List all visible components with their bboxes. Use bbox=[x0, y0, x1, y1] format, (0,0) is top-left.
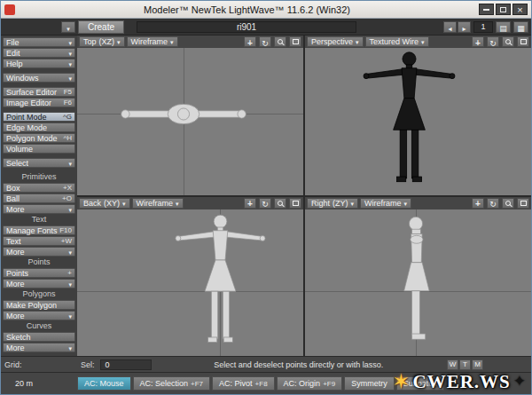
viewport-perspective-header: Perspective Textured Wire bbox=[305, 36, 531, 48]
layers-icon bbox=[499, 20, 507, 34]
previous-object-button[interactable] bbox=[443, 21, 457, 33]
vmap-weight-button[interactable]: W bbox=[447, 359, 458, 370]
sidebar-item-text[interactable]: Text+W bbox=[3, 236, 75, 246]
sidebar-item-help[interactable]: Help bbox=[3, 59, 75, 68]
sidebar: File Edit Help Windows Surface EditorF5 … bbox=[1, 36, 77, 356]
maximize-viewport-button[interactable] bbox=[517, 36, 529, 47]
rotate-button[interactable] bbox=[487, 36, 499, 47]
layers-button[interactable] bbox=[496, 21, 511, 33]
action-center-origin-button[interactable]: AC: Origin+F9 bbox=[277, 376, 343, 391]
pan-button[interactable] bbox=[472, 198, 484, 209]
sidebar-item-more-points[interactable]: More bbox=[3, 279, 75, 288]
chevron-down-icon bbox=[356, 37, 359, 46]
sidebar-item-points[interactable]: Points+ bbox=[3, 268, 75, 278]
viewport-canvas-perspective[interactable] bbox=[305, 48, 531, 195]
action-center-selection-button[interactable]: AC: Selection+F7 bbox=[133, 376, 211, 391]
sidebar-item-image-editor[interactable]: Image EditorF6 bbox=[3, 98, 75, 107]
sidebar-item-more-curves[interactable]: More bbox=[3, 343, 75, 352]
action-center-mouse-button[interactable]: AC: Mouse bbox=[77, 376, 131, 391]
viewport-right: Right (ZY) Wireframe bbox=[305, 197, 531, 357]
zoom-button[interactable] bbox=[502, 198, 514, 209]
tab-create[interactable]: Create bbox=[78, 20, 124, 34]
maximize-icon bbox=[500, 7, 506, 12]
sidebar-item-point-mode[interactable]: Point Mode^G bbox=[3, 112, 75, 122]
vmap-morph-button[interactable]: M bbox=[472, 359, 483, 370]
rotate-icon bbox=[489, 36, 497, 49]
sidebar-item-file[interactable]: File bbox=[3, 37, 75, 47]
maximize-button[interactable] bbox=[496, 4, 511, 15]
viewport-mode-dropdown[interactable]: Wireframe bbox=[127, 36, 178, 47]
sidebar-item-volume[interactable]: Volume bbox=[3, 144, 75, 154]
section-title-points: Points bbox=[3, 257, 75, 267]
pan-button[interactable] bbox=[472, 36, 484, 47]
zoom-button[interactable] bbox=[274, 198, 286, 209]
sidebar-item-surface-editor[interactable]: Surface EditorF5 bbox=[3, 87, 75, 97]
next-object-button[interactable] bbox=[458, 21, 471, 33]
viewport-view-label: Perspective bbox=[311, 37, 353, 46]
layer-bank-button[interactable] bbox=[513, 21, 528, 33]
close-button[interactable] bbox=[512, 4, 528, 15]
zoom-button[interactable] bbox=[502, 36, 514, 47]
chevron-down-icon bbox=[351, 199, 355, 208]
minimize-button[interactable] bbox=[479, 4, 494, 15]
sidebar-item-sketch[interactable]: Sketch bbox=[3, 332, 75, 342]
grid-label: Grid: bbox=[1, 360, 77, 369]
model-top-view bbox=[117, 93, 250, 135]
sidebar-item-more-text[interactable]: More bbox=[3, 247, 75, 257]
viewport-view-dropdown[interactable]: Right (ZY) bbox=[307, 198, 358, 209]
zoom-button[interactable] bbox=[274, 36, 286, 47]
chevron-down-icon bbox=[122, 199, 126, 208]
viewport-grid: Top (XZ) Wireframe bbox=[77, 36, 531, 356]
maximize-icon bbox=[520, 201, 527, 206]
vmap-texture-button[interactable]: T bbox=[459, 359, 471, 370]
object-name-label: ri901 bbox=[237, 22, 256, 32]
rotate-button[interactable] bbox=[259, 36, 271, 47]
layer-counter[interactable]: 1 bbox=[473, 21, 493, 33]
maximize-viewport-button[interactable] bbox=[289, 198, 301, 209]
viewport-view-dropdown[interactable]: Top (XZ) bbox=[79, 36, 125, 47]
viewport-mode-dropdown[interactable]: Wireframe bbox=[360, 198, 411, 209]
viewport-canvas-right[interactable] bbox=[305, 209, 531, 357]
object-name-combo[interactable]: ri901 bbox=[137, 21, 356, 33]
pan-button[interactable] bbox=[244, 198, 256, 209]
viewport-canvas-top[interactable] bbox=[77, 48, 303, 195]
symmetry-button[interactable]: Symmetry bbox=[344, 376, 395, 391]
close-icon bbox=[517, 3, 522, 16]
sidebar-item-manage-fonts[interactable]: Manage FontsF10 bbox=[3, 225, 75, 235]
viewport-mode-label: Wireframe bbox=[137, 199, 174, 208]
rotate-button[interactable] bbox=[259, 198, 271, 209]
rotate-button[interactable] bbox=[487, 198, 499, 209]
sidebar-item-polygon-mode[interactable]: Polygon Mode^H bbox=[3, 133, 75, 143]
viewport-view-dropdown[interactable]: Perspective bbox=[307, 36, 364, 47]
subpatch-button[interactable]: Subpatch bbox=[396, 376, 444, 391]
window-controls bbox=[479, 4, 528, 15]
viewport-mode-dropdown[interactable]: Textured Wire bbox=[365, 36, 429, 47]
rotate-icon bbox=[489, 196, 497, 209]
sidebar-item-edge-mode[interactable]: Edge Mode bbox=[3, 122, 75, 132]
viewport-mode-dropdown[interactable]: Wireframe bbox=[132, 198, 184, 209]
sidebar-item-windows[interactable]: Windows bbox=[3, 73, 75, 83]
sidebar-item-edit[interactable]: Edit bbox=[3, 48, 75, 58]
sidebar-menu-button[interactable] bbox=[61, 21, 75, 33]
model-right-view bbox=[394, 215, 438, 350]
chevron-down-icon bbox=[68, 344, 72, 352]
chevron-down-icon bbox=[68, 248, 72, 257]
sidebar-item-make-polygon[interactable]: Make Polygon bbox=[3, 300, 75, 310]
sidebar-item-select[interactable]: Select bbox=[3, 158, 75, 168]
zoom-icon bbox=[505, 201, 511, 206]
sidebar-item-box[interactable]: Box+X bbox=[3, 183, 75, 193]
grid-size-value: 20 m bbox=[3, 379, 77, 388]
viewport-canvas-back[interactable] bbox=[77, 209, 303, 357]
status-hint: Select and deselect points directly or w… bbox=[152, 360, 446, 369]
action-center-pivot-button[interactable]: AC: Pivot+F8 bbox=[212, 376, 275, 391]
sidebar-item-more-polygons[interactable]: More bbox=[3, 311, 75, 320]
lightwave-logo-icon bbox=[4, 4, 15, 15]
viewport-top: Top (XZ) Wireframe bbox=[77, 36, 303, 195]
viewport-view-dropdown[interactable]: Back (XY) bbox=[79, 198, 130, 209]
maximize-viewport-button[interactable] bbox=[517, 198, 529, 209]
sidebar-item-more-primitives[interactable]: More bbox=[3, 204, 75, 214]
maximize-viewport-button[interactable] bbox=[289, 36, 301, 47]
sidebar-item-ball[interactable]: Ball+O bbox=[3, 194, 75, 203]
viewport-axis-label: (XY) bbox=[104, 199, 120, 208]
pan-button[interactable] bbox=[244, 36, 256, 47]
